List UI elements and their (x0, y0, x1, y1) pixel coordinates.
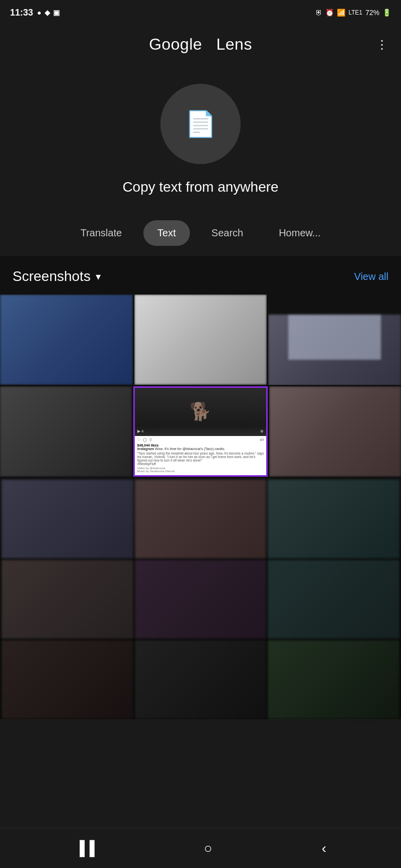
dark-photo-row-2 (0, 558, 401, 639)
shield-icon: ⛨ (315, 9, 322, 17)
dark-photo-6[interactable] (268, 560, 399, 639)
status-time: 11:33 ● ◆ ▣ (10, 8, 60, 18)
title-google: Google (149, 35, 202, 53)
view-all-button[interactable]: View all (354, 271, 388, 282)
hero-icon-circle: 📄 (160, 84, 241, 164)
photo-icon: ▣ (53, 9, 60, 17)
whatsapp-icon: ● (37, 9, 41, 17)
time-display: 11:33 (10, 8, 33, 18)
more-options-button[interactable]: ⋮ (373, 35, 391, 54)
gallery-title-group[interactable]: Screenshots ▾ (13, 268, 101, 284)
signal-icon: LTE1 (348, 9, 362, 16)
app-title: Google Lens (149, 35, 252, 54)
dark-photo-3[interactable] (268, 480, 399, 558)
tab-homework[interactable]: Homew... (265, 220, 334, 246)
dark-photo-row-3 (0, 639, 401, 719)
hero-description: Copy text from anywhere (122, 179, 278, 195)
photo-row-1 (0, 295, 401, 385)
bottom-navigation: ▐▐ ○ ‹ (0, 828, 401, 868)
photo-thumbnail-selected[interactable]: 🐕 ▶ 4 ⊕ ♡◯▽ 🏷 $48,044 likes instagram Wo… (133, 386, 268, 477)
photo-thumbnail-3[interactable] (268, 295, 401, 385)
dark-photo-row-1 (0, 478, 401, 558)
home-button[interactable]: ○ (189, 835, 228, 861)
hero-section: 📄 Copy text from anywhere (0, 64, 401, 210)
notification-icons: ● ◆ ▣ (37, 9, 59, 17)
battery-display: 72% (365, 9, 379, 17)
photo-thumbnail-4[interactable] (0, 386, 132, 477)
wifi-icon: 📶 (337, 9, 345, 17)
app-header: Google Lens ⋮ (0, 25, 401, 64)
status-right-icons: ⛨ ⏰ 📶 LTE1 72% 🔋 (315, 9, 391, 17)
recents-button[interactable]: ▐▐ (60, 835, 110, 861)
dark-photo-2[interactable] (135, 480, 267, 558)
dark-photo-1[interactable] (2, 480, 133, 558)
battery-icon: 🔋 (382, 9, 391, 17)
gallery-title: Screenshots (13, 268, 91, 284)
document-icon: 📄 (185, 109, 216, 138)
tab-search[interactable]: Search (197, 220, 257, 246)
tab-text[interactable]: Text (143, 220, 190, 246)
message-icon: ◆ (45, 9, 50, 17)
gallery-header: Screenshots ▾ View all (0, 256, 401, 295)
photo-row-2: 🐕 ▶ 4 ⊕ ♡◯▽ 🏷 $48,044 likes instagram Wo… (0, 386, 401, 477)
photo-thumbnail-2[interactable] (134, 295, 267, 385)
alarm-icon: ⏰ (325, 9, 334, 17)
dark-photo-7[interactable] (2, 640, 133, 719)
dark-photo-4[interactable] (2, 560, 133, 639)
status-bar: 11:33 ● ◆ ▣ ⛨ ⏰ 📶 LTE1 72% 🔋 (0, 0, 401, 25)
back-button[interactable]: ‹ (307, 835, 341, 861)
dark-photo-5[interactable] (135, 560, 267, 639)
dark-photo-9[interactable] (268, 640, 399, 719)
tab-bar: Translate Text Search Homew... (0, 210, 401, 256)
photo-thumbnail-1[interactable] (0, 295, 133, 385)
dark-photo-8[interactable] (135, 640, 267, 719)
instagram-video-thumbnail: 🐕 (189, 401, 212, 422)
gallery-section: Screenshots ▾ View all 🐕 ▶ 4 (0, 256, 401, 719)
title-lens: Lens (216, 35, 252, 53)
photo-thumbnail-5[interactable] (269, 386, 401, 477)
tab-translate[interactable]: Translate (66, 220, 136, 246)
chevron-down-icon[interactable]: ▾ (96, 270, 101, 282)
